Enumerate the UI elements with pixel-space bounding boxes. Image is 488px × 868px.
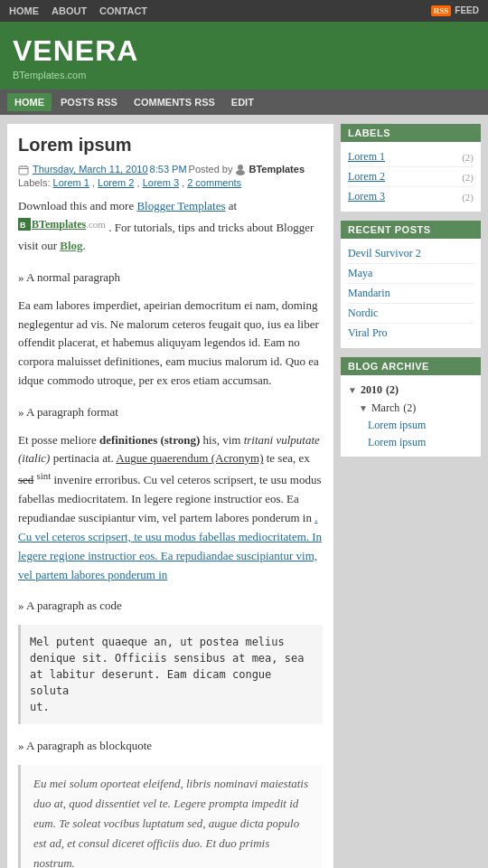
nav-comments-rss[interactable]: COMMENTS RSS <box>127 93 222 111</box>
sidebar: LABELS Lorem 1 (2) Lorem 2 (2) Lorem 3 (… <box>341 124 481 457</box>
recent-post-4[interactable]: Viral Pro <box>348 324 474 343</box>
label-lorem1[interactable]: Lorem 1 <box>53 177 89 188</box>
topnav-home[interactable]: HOME <box>9 5 39 16</box>
label-lorem2[interactable]: Lorem 2 <box>98 177 134 188</box>
svg-point-4 <box>238 165 243 170</box>
labels-widget-title: LABELS <box>341 124 481 142</box>
post-author: BTemplates <box>249 164 305 175</box>
labels-widget-body: Lorem 1 (2) Lorem 2 (2) Lorem 3 (2) <box>341 142 481 212</box>
btemplates-inline: B BTemplates.com <box>18 216 106 233</box>
post-date[interactable]: Thursday, March 11, 2010 <box>33 164 148 175</box>
topnav-about[interactable]: ABOUT <box>52 5 87 16</box>
main-layout: Lorem ipsum Thursday, March 11, 2010 8:5… <box>0 115 488 868</box>
feed-label: FEED <box>455 5 479 16</box>
archive-post-1[interactable]: Lorem ipsum <box>348 434 474 451</box>
post-title: Lorem ipsum <box>18 135 323 156</box>
labels-line: Labels: Lorem 1 , Lorem 2 , Lorem 3 , 2 … <box>18 177 323 188</box>
archive-year-2010[interactable]: ▼ 2010 (2) <box>348 381 474 400</box>
strong-text: definitiones (strong) <box>99 433 200 447</box>
post-meta: Thursday, March 11, 2010 8:53 PM Posted … <box>18 163 323 175</box>
blogger-link-inline[interactable]: . Cu vel ceteros scripsert, te usu modus… <box>18 511 322 580</box>
recent-post-0[interactable]: Devil Survivor 2 <box>348 244 474 264</box>
posted-by-text: Posted by <box>189 164 233 175</box>
topnav-contact[interactable]: CONTACT <box>99 5 147 16</box>
label-count-1: (2) <box>462 152 474 163</box>
svg-text:B: B <box>20 221 26 230</box>
archive-month-count: (2) <box>403 401 416 415</box>
label-name-3[interactable]: Lorem 3 <box>348 190 385 203</box>
svg-point-5 <box>236 170 245 175</box>
code-block: Mel putent quaeque an, ut postea melius … <box>18 625 323 724</box>
site-title: VENERA <box>13 34 475 68</box>
post-time: 8:53 PM <box>150 164 187 175</box>
btemplates-icon: B <box>18 218 31 231</box>
post-body: Download this and more Blogger Templates… <box>18 197 323 868</box>
labels-widget: LABELS Lorem 1 (2) Lorem 2 (2) Lorem 3 (… <box>341 124 481 212</box>
heading-normal-para: A normal paragraph <box>18 269 323 288</box>
label-item-3: Lorem 3 (2) <box>348 187 474 206</box>
download-paragraph: Download this and more Blogger Templates… <box>18 197 323 256</box>
recent-post-3[interactable]: Nordic <box>348 304 474 324</box>
nav-posts-rss[interactable]: POSTS RSS <box>53 93 125 111</box>
label-item-2: Lorem 2 (2) <box>348 167 474 187</box>
label-name-2[interactable]: Lorem 2 <box>348 170 385 184</box>
btemplates-link[interactable]: BTemplates <box>32 216 86 233</box>
archive-widget: BLOG ARCHIVE ▼ 2010 (2) ▼ March (2) Lore… <box>341 357 481 457</box>
blog-link[interactable]: Blog <box>60 239 82 252</box>
normal-para-body: Ea eam labores imperdiet, apeirian democ… <box>18 297 323 391</box>
recent-posts-body: Devil Survivor 2 Maya Mandarin Nordic Vi… <box>341 239 481 348</box>
post-date-icon <box>18 164 31 175</box>
label-comments[interactable]: 2 comments <box>187 177 241 188</box>
archive-body: ▼ 2010 (2) ▼ March (2) Lorem ipsum Lorem… <box>341 375 481 457</box>
author-icon <box>234 163 247 175</box>
archive-title: BLOG ARCHIVE <box>341 357 481 375</box>
heading-blockquote: A paragraph as blockquote <box>18 737 323 756</box>
nav-edit[interactable]: EDIT <box>224 93 261 111</box>
recent-posts-widget: RECENT POSTS Devil Survivor 2 Maya Manda… <box>341 221 481 348</box>
format-para-body: Et posse meliore definitiones (strong) h… <box>18 431 323 585</box>
label-count-3: (2) <box>462 192 474 203</box>
blogger-templates-link[interactable]: Blogger Templates <box>136 199 225 212</box>
label-count-2: (2) <box>462 172 474 183</box>
site-header: VENERA BTemplates.com <box>0 22 488 90</box>
heading-code-para: A paragraph as code <box>18 597 323 616</box>
acronym-text: Augue quaerendum (Acronym) <box>116 451 263 465</box>
archive-post-0[interactable]: Lorem ipsum <box>348 417 474 434</box>
archive-year-count: (2) <box>386 383 399 397</box>
year-triangle-icon: ▼ <box>348 385 357 395</box>
sup-text: sint <box>37 470 52 481</box>
site-subtitle: BTemplates.com <box>13 70 475 80</box>
archive-year-label: 2010 <box>361 383 382 397</box>
blockquote-body: Eu mei solum oporteat eleifend, libris n… <box>18 765 323 868</box>
label-item-1: Lorem 1 (2) <box>348 147 474 167</box>
del-text: sed <box>18 474 33 487</box>
month-triangle-icon: ▼ <box>359 403 368 413</box>
nav-bar: HOME POSTS RSS COMMENTS RSS EDIT <box>0 90 488 115</box>
top-bar: HOME ABOUT CONTACT RSS FEED <box>0 0 488 22</box>
heading-format-para: A paragraph format <box>18 403 323 422</box>
label-name-1[interactable]: Lorem 1 <box>348 150 385 164</box>
label-lorem3[interactable]: Lorem 3 <box>143 177 179 188</box>
rss-box: RSS FEED <box>431 5 479 16</box>
recent-post-1[interactable]: Maya <box>348 264 474 284</box>
recent-post-2[interactable]: Mandarin <box>348 284 474 304</box>
archive-month-label: March <box>371 401 399 415</box>
svg-rect-0 <box>19 166 28 175</box>
archive-month-march[interactable]: ▼ March (2) <box>348 400 474 417</box>
nav-home[interactable]: HOME <box>7 93 52 111</box>
rss-icon: RSS <box>431 5 452 16</box>
recent-posts-title: RECENT POSTS <box>341 221 481 239</box>
content-area: Lorem ipsum Thursday, March 11, 2010 8:5… <box>7 124 333 868</box>
labels-prefix: Labels: <box>18 177 50 188</box>
